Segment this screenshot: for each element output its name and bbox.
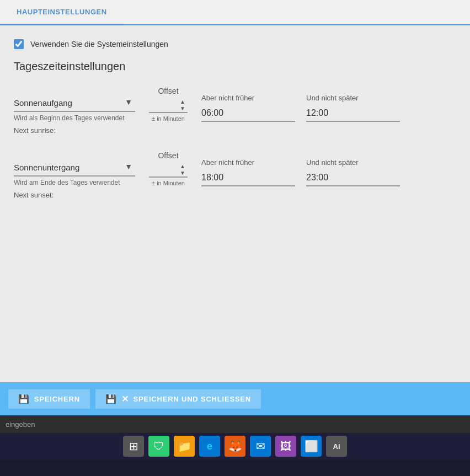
sunset-row: Sonnenuntergang ▼ Wird am Ende des Tages…: [14, 151, 456, 186]
sunrise-offset-down-button[interactable]: ▼: [179, 105, 186, 112]
sunset-offset-up-button[interactable]: ▲: [179, 163, 186, 170]
sunrise-not-before-label: Aber nicht früher: [201, 94, 295, 102]
taskbar-edge-icon[interactable]: e: [199, 436, 220, 457]
sunrise-offset-up-button[interactable]: ▲: [179, 99, 186, 105]
system-settings-checkbox-row: Verwenden Sie die Systemeinstellungen: [14, 39, 456, 49]
sunrise-offset-group: Offset ▲ ▼ ± in Minuten: [146, 87, 190, 122]
sunset-not-after-label: Und nicht später: [306, 158, 400, 167]
sunset-offset-hint: ± in Minuten: [152, 180, 185, 186]
sunset-not-after-input[interactable]: [306, 170, 400, 186]
header-tabs: HAUPTEINSTELLUNGEN: [0, 0, 470, 25]
save-close-save-icon: 💾: [105, 394, 117, 404]
taskbar-photo-icon[interactable]: 🖼: [275, 436, 296, 457]
save-button[interactable]: 💾 SPEICHERN: [8, 389, 90, 409]
sunset-not-before-label: Aber nicht früher: [201, 158, 295, 167]
sunrise-offset-input-wrap: ▲ ▼: [149, 98, 188, 113]
taskbar-windows-icon[interactable]: ⬜: [301, 436, 322, 457]
sunset-offset-label: Offset: [158, 151, 178, 160]
save-label: SPEICHERN: [34, 395, 80, 403]
sunrise-not-after-group: Und nicht später: [306, 94, 400, 122]
sunset-not-before-input[interactable]: [201, 170, 295, 186]
taskbar-search-bar: eingeben: [0, 415, 470, 433]
sunset-not-before-group: Aber nicht früher: [201, 158, 295, 186]
taskbar-icons-row: ⊞ 🛡 📁 e 🦊 ✉ 🖼 ⬜ Ai: [0, 433, 470, 459]
save-close-label: SPEICHERN UND SCHLIESSEN: [133, 395, 252, 403]
taskbar-folder-icon[interactable]: 📁: [174, 436, 195, 457]
action-bar: 💾 SPEICHERN 💾 ✕ SPEICHERN UND SCHLIESSEN: [0, 382, 470, 415]
sunset-offset-input-wrap: ▲ ▼: [149, 162, 188, 178]
sunset-dropdown[interactable]: Sonnenuntergang: [14, 159, 135, 177]
taskbar-shield-icon[interactable]: 🛡: [148, 436, 169, 457]
taskbar-ai-icon[interactable]: Ai: [326, 436, 347, 457]
taskbar-desktop-icon[interactable]: ⊞: [123, 436, 144, 457]
sunrise-dropdown-hint: Wird als Beginn des Tages verwendet: [14, 114, 135, 122]
sunrise-offset-hint: ± in Minuten: [152, 115, 185, 122]
sunrise-block: Sonnenaufgang ▼ Wird als Beginn des Tage…: [14, 87, 456, 135]
taskbar-search-text: eingeben: [6, 420, 35, 429]
save-close-button[interactable]: 💾 ✕ SPEICHERN UND SCHLIESSEN: [95, 389, 261, 409]
sunrise-row: Sonnenaufgang ▼ Wird als Beginn des Tage…: [14, 87, 456, 122]
taskbar-bottom: [0, 459, 470, 476]
system-settings-checkbox[interactable]: [14, 39, 24, 49]
sunrise-offset-spinners: ▲ ▼: [179, 98, 186, 113]
sunset-dropdown-hint: Wird am Ende des Tages verwendet: [14, 179, 135, 186]
sunset-offset-spinners: ▲ ▼: [179, 162, 186, 178]
sunrise-not-before-group: Aber nicht früher: [201, 94, 295, 122]
taskbar-mail-icon[interactable]: ✉: [250, 436, 271, 457]
sunset-not-after-group: Und nicht später: [306, 158, 400, 186]
save-close-x-icon: ✕: [121, 394, 129, 404]
taskbar-firefox-icon[interactable]: 🦊: [225, 436, 245, 457]
sunrise-not-after-input[interactable]: [306, 105, 400, 122]
main-content: Verwenden Sie die Systemeinstellungen Ta…: [0, 25, 470, 422]
sunrise-offset-label: Offset: [158, 87, 178, 95]
sunset-dropdown-group: Sonnenuntergang ▼ Wird am Ende des Tages…: [14, 159, 135, 186]
section-title: Tageszeiteinstellungen: [14, 60, 456, 73]
taskbar: eingeben ⊞ 🛡 📁 e 🦊 ✉ 🖼 ⬜ Ai: [0, 415, 470, 476]
sunrise-dropdown-wrapper: Sonnenaufgang ▼: [14, 95, 135, 112]
next-sunrise-info: Next sunrise:: [14, 126, 456, 135]
sunset-offset-group: Offset ▲ ▼ ± in Minuten: [146, 151, 190, 186]
next-sunset-info: Next sunset:: [14, 191, 456, 199]
sunrise-not-after-label: Und nicht später: [306, 94, 400, 102]
sunset-dropdown-wrapper: Sonnenuntergang ▼: [14, 159, 135, 177]
tab-haupteinstellungen[interactable]: HAUPTEINSTELLUNGEN: [0, 0, 124, 25]
sunset-offset-down-button[interactable]: ▼: [179, 170, 186, 177]
save-icon: 💾: [18, 394, 30, 404]
system-settings-label: Verwenden Sie die Systemeinstellungen: [30, 40, 168, 49]
sunrise-not-before-input[interactable]: [201, 105, 295, 122]
sunrise-dropdown-group: Sonnenaufgang ▼ Wird als Beginn des Tage…: [14, 95, 135, 122]
sunset-block: Sonnenuntergang ▼ Wird am Ende des Tages…: [14, 151, 456, 199]
sunrise-dropdown[interactable]: Sonnenaufgang: [14, 95, 135, 112]
